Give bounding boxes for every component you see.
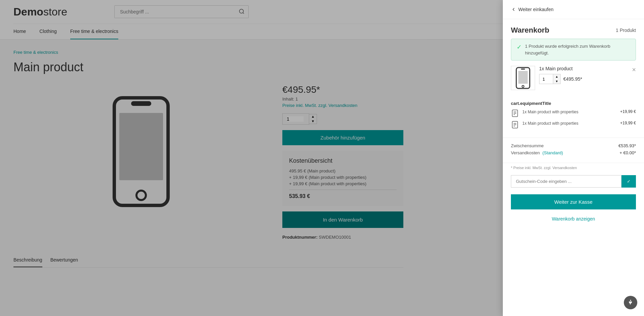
cart-quantity-input[interactable] [539, 75, 553, 84]
cart-back-button[interactable]: Weiter einkaufen [511, 7, 554, 12]
chevron-left-icon [511, 7, 516, 12]
checkout-button[interactable]: Weiter zur Kasse [511, 194, 636, 209]
cart-item-thumbnail [511, 66, 535, 90]
cart-quantity-stepper: ▲ ▼ [553, 74, 560, 84]
equipment-price-2: +19,99 € [620, 121, 636, 125]
equipment-price-1: +19,99 € [620, 109, 636, 114]
coupon-input[interactable] [511, 175, 621, 188]
summary-versandkosten: Versandkosten (Standard) + €0.00* [511, 150, 636, 155]
zwischensumme-value: €535.93* [618, 143, 636, 148]
cart-qty-down[interactable]: ▼ [553, 79, 560, 84]
zwischensumme-label: Zwischensumme [511, 143, 544, 148]
cart-item-name: 1x Main product [539, 66, 628, 71]
page-overlay [0, 0, 503, 278]
cart-success-text: 1 Produkt wurde erfolgreich zum Warenkor… [525, 43, 630, 56]
cart-equipment-title: cart.equipmentTitle [511, 101, 636, 106]
svg-rect-8 [518, 71, 528, 84]
coupon-apply-button[interactable]: ✓ [621, 175, 636, 188]
equipment-text-2: 1x Main product with properties [522, 121, 617, 126]
cart-equipment-section: cart.equipmentTitle 1x Main product with… [503, 101, 644, 138]
equipment-icon-2 [511, 121, 519, 129]
svg-rect-9 [521, 69, 525, 70]
cart-quantity-box: ▲ ▼ [539, 74, 561, 84]
cart-item: 1x Main product ▲ ▼ €495.95* × [511, 66, 636, 95]
cart-title-row: Warenkorb 1 Produkt [503, 19, 644, 39]
equipment-row-2: 1x Main product with properties +19,99 € [511, 121, 636, 129]
equipment-row-1: 1x Main product with properties +19,99 € [511, 109, 636, 117]
cart-item-qty-row: ▲ ▼ €495.95* [539, 74, 628, 84]
success-check-icon: ✓ [517, 43, 522, 51]
cart-success-message: ✓ 1 Produkt wurde erfolgreich zum Warenk… [511, 39, 636, 61]
versandkosten-value: + €0.00* [619, 150, 636, 155]
cart-title: Warenkorb [511, 26, 549, 35]
versandkosten-label: Versandkosten (Standard) [511, 150, 563, 155]
cart-summary: Zwischensumme €535.93* Versandkosten (St… [503, 138, 644, 163]
cart-item-remove-button[interactable]: × [632, 66, 636, 74]
equipment-icon-1 [511, 109, 519, 117]
cart-header: Weiter einkaufen [503, 0, 644, 19]
cart-item-phone-icon [516, 67, 530, 89]
cart-note: * Preise inkl. MwSt. zzgl. Versandkosten [503, 163, 644, 172]
cart-back-label: Weiter einkaufen [518, 7, 554, 12]
view-cart-button[interactable]: Warenkorb anzeigen [503, 213, 644, 224]
cart-sidebar: Weiter einkaufen Warenkorb 1 Produkt ✓ 1… [503, 0, 644, 278]
equipment-text-1: 1x Main product with properties [522, 109, 617, 115]
cart-item-price: €495.95* [563, 76, 582, 82]
svg-point-10 [522, 85, 524, 87]
coupon-row: ✓ [511, 175, 636, 188]
cart-item-details: 1x Main product ▲ ▼ €495.95* [539, 66, 628, 84]
summary-zwischensumme: Zwischensumme €535.93* [511, 143, 636, 148]
cart-qty-up[interactable]: ▲ [553, 74, 560, 79]
cart-count: 1 Produkt [616, 28, 636, 33]
versandkosten-link[interactable]: (Standard) [542, 150, 563, 155]
